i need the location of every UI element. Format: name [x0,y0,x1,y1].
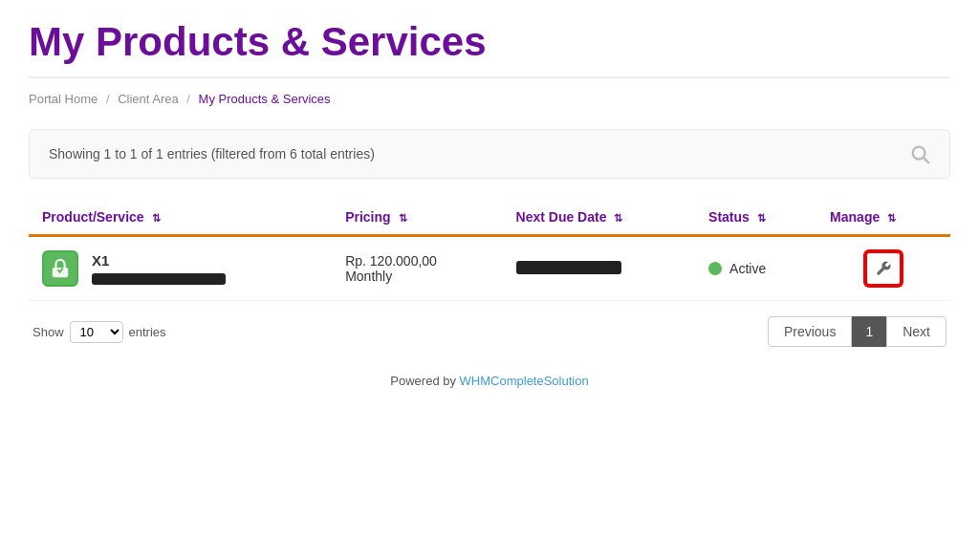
manage-cell [816,236,950,301]
manage-btn-wrap [830,250,937,287]
powered-by-link[interactable]: WHMCompleteSolution [460,374,589,388]
table-header-row: Product/Service ⇅ Pricing ⇅ Next Due Dat… [29,200,950,236]
product-info: X1 [92,252,226,285]
pricing-period: Monthly [345,269,489,284]
breadcrumb-sep-1: / [106,92,110,106]
breadcrumb-portal-home[interactable]: Portal Home [29,92,98,106]
svg-line-1 [924,158,928,162]
pagination: Previous 1 Next [768,316,946,347]
show-entries: Show 10 25 50 100 entries [33,321,166,343]
breadcrumb-current: My Products & Services [199,92,331,106]
status-dot-active [708,262,722,275]
next-button[interactable]: Next [886,316,946,347]
entries-label: entries [129,325,166,339]
product-icon-wrap [42,250,78,287]
lock-icon [42,250,78,287]
powered-by: Powered by WHMCompleteSolution [29,356,950,396]
sort-icon-product: ⇅ [152,212,161,225]
page-title: My Products & Services [29,19,950,78]
product-name: X1 [92,252,226,269]
search-area [909,143,930,164]
search-icon [909,143,930,164]
col-header-status: Status ⇅ [695,200,816,236]
pagination-current-page[interactable]: 1 [852,316,886,347]
sort-icon-status: ⇅ [757,212,766,225]
breadcrumb: Portal Home / Client Area / My Products … [29,86,950,112]
products-table: Product/Service ⇅ Pricing ⇅ Next Due Dat… [29,200,950,301]
table-footer: Show 10 25 50 100 entries Previous 1 Nex… [29,301,950,356]
product-subdomain [92,273,226,285]
col-header-manage: Manage ⇅ [816,200,950,236]
sort-icon-manage: ⇅ [887,212,896,225]
checkmark-lock-icon [50,258,71,279]
manage-button[interactable] [864,250,903,287]
previous-button[interactable]: Previous [768,316,852,347]
pricing-cell: Rp. 120.000,00 Monthly [332,236,502,301]
status-cell: Active [695,236,816,301]
page-wrapper: My Products & Services Portal Home / Cli… [0,0,979,405]
table-row: X1 Rp. 120.000,00 Monthly Active [29,236,950,301]
wrench-icon [875,260,892,277]
status-label: Active [729,261,766,276]
col-header-product: Product/Service ⇅ [29,200,332,236]
filter-bar: Showing 1 to 1 of 1 entries (filtered fr… [29,129,950,179]
due-date-cell [503,236,696,301]
powered-by-prefix: Powered by [390,374,459,388]
filter-info-text: Showing 1 to 1 of 1 entries (filtered fr… [49,146,375,162]
product-cell: X1 [29,236,332,301]
sort-icon-due-date: ⇅ [614,212,622,225]
col-header-due-date: Next Due Date ⇅ [503,200,696,236]
col-header-pricing: Pricing ⇅ [332,200,502,236]
breadcrumb-client-area[interactable]: Client Area [118,92,179,106]
breadcrumb-sep-2: / [186,92,190,106]
sort-icon-pricing: ⇅ [399,212,407,225]
entries-select[interactable]: 10 25 50 100 [70,321,123,343]
show-label: Show [33,325,64,339]
due-date-redacted [516,261,621,274]
pricing-amount: Rp. 120.000,00 [345,253,489,269]
